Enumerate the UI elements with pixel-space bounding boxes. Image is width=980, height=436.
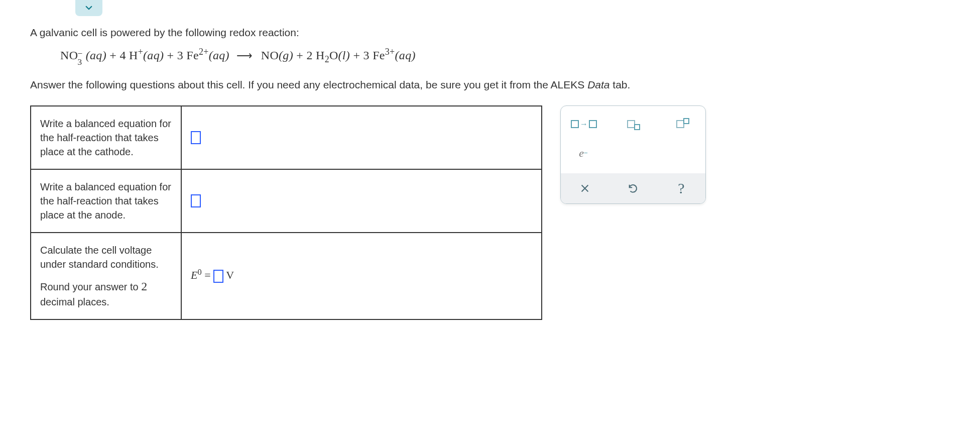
subscript-tool[interactable]: [621, 115, 646, 133]
question-table: Write a balanced equation for the half-r…: [30, 105, 542, 320]
undo-button[interactable]: [618, 178, 648, 198]
right-arrow-icon: →: [580, 120, 588, 129]
reaction-arrow-tool[interactable]: →: [571, 115, 597, 133]
followup-pre: Answer the following questions about thi…: [30, 79, 587, 90]
q3b-num: 2: [141, 280, 147, 293]
e-letter: e: [579, 147, 584, 160]
q2-label: Write a balanced equation for the half-r…: [31, 169, 181, 233]
table-row: Calculate the cell voltage under standar…: [31, 233, 542, 320]
intro-text: A galvanic cell is powered by the follow…: [30, 25, 950, 40]
q3-input[interactable]: [213, 270, 223, 283]
q2-input[interactable]: [191, 194, 201, 207]
close-icon: [579, 183, 590, 194]
redox-equation: NO−3 (aq) + 4 H+(aq) + 3 Fe2+(aq) ⟶ NO(g…: [60, 49, 950, 66]
formula-toolbox: → e− ?: [560, 105, 706, 204]
q3b-post: decimal places.: [40, 296, 109, 307]
box-icon: [634, 124, 640, 130]
box-icon: [571, 120, 579, 128]
q2-answer-cell: [181, 169, 542, 233]
action-bar: ?: [561, 173, 705, 203]
electron-tool[interactable]: e−: [571, 144, 596, 162]
box-icon: [683, 118, 689, 124]
cell-voltage-expression: E0 = V: [191, 269, 234, 281]
reaction-arrow-icon: ⟶: [236, 49, 253, 62]
chevron-down-icon: [84, 4, 93, 13]
q1-answer-cell: [181, 106, 542, 169]
q3-answer-cell: E0 = V: [181, 233, 542, 320]
superscript-tool[interactable]: [670, 115, 695, 133]
box-icon: [589, 120, 597, 128]
followup-text: Answer the following questions about thi…: [30, 77, 950, 92]
equation-lhs: NO−3 (aq) + 4 H+(aq) + 3 Fe2+(aq): [60, 49, 229, 62]
table-row: Write a balanced equation for the half-r…: [31, 169, 542, 233]
q3-part-b: Round your answer to 2 decimal places.: [40, 278, 172, 309]
q3-part-a: Calculate the cell voltage under standar…: [40, 243, 172, 271]
table-row: Write a balanced equation for the half-r…: [31, 106, 542, 169]
followup-post: tab.: [610, 79, 631, 90]
q1-input[interactable]: [191, 131, 201, 144]
voltage-unit: V: [226, 269, 234, 281]
help-button[interactable]: ?: [666, 178, 696, 198]
equation-rhs: NO(g) + 2 H2O(l) + 3 Fe3+(aq): [261, 49, 416, 62]
q3b-pre: Round your answer to: [40, 281, 141, 292]
collapse-button[interactable]: [75, 0, 102, 16]
minus-icon: −: [584, 149, 588, 157]
followup-data-link[interactable]: Data: [587, 79, 609, 90]
q3-label: Calculate the cell voltage under standar…: [31, 233, 181, 320]
undo-icon: [628, 183, 639, 194]
q1-label: Write a balanced equation for the half-r…: [31, 106, 181, 169]
clear-button[interactable]: [570, 178, 600, 198]
